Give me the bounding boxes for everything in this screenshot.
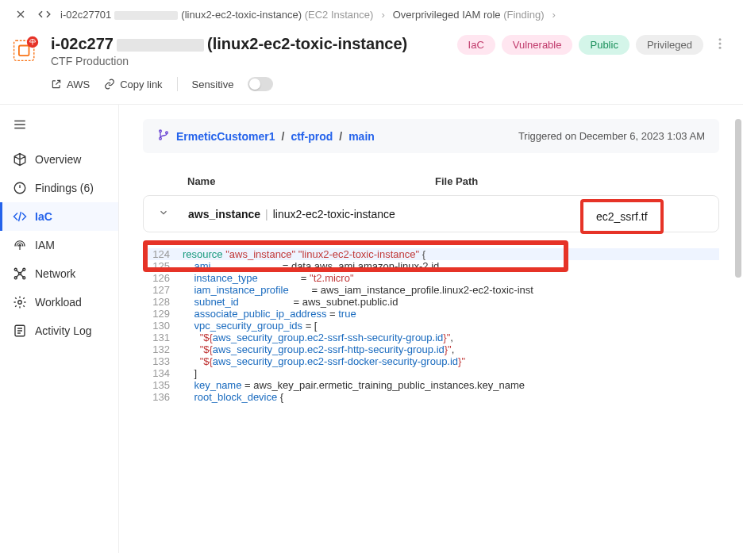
cube-icon bbox=[13, 152, 27, 167]
svg-point-16 bbox=[166, 132, 168, 134]
code-content: "${aws_security_group.ec2-ssrf-ssh-secur… bbox=[183, 332, 719, 343]
svg-point-12 bbox=[18, 301, 22, 305]
sidebar-item-overview[interactable]: Overview bbox=[0, 145, 118, 174]
code-content: "${aws_security_group.ec2-ssrf-http-secu… bbox=[183, 343, 719, 355]
sidebar-label: Overview bbox=[35, 153, 81, 166]
code-line: 136 root_block_device { bbox=[143, 391, 719, 403]
line-number: 133 bbox=[143, 355, 183, 367]
tag-vulnerable[interactable]: Vulnerable bbox=[502, 35, 573, 55]
code-content: vpc_security_group_ids = [ bbox=[183, 320, 719, 332]
resource-name: aws_instance|linux2-ec2-toxic-instance bbox=[174, 208, 436, 221]
line-number: 126 bbox=[143, 272, 183, 284]
external-link-icon bbox=[51, 79, 62, 90]
sensitive-toggle[interactable] bbox=[248, 77, 273, 91]
code-content: ] bbox=[183, 367, 719, 379]
repo-project-link[interactable]: ctf-prod bbox=[291, 130, 333, 143]
svg-point-5 bbox=[719, 47, 722, 49]
code-line: 130 vpc_security_group_ids = [ bbox=[143, 320, 719, 332]
code-line: 124resource "aws_instance" "linux2-ec2-t… bbox=[143, 248, 719, 260]
code-content: subnet_id = aws_subnet.public.id bbox=[183, 296, 719, 308]
git-branch-icon bbox=[157, 128, 170, 144]
line-number: 132 bbox=[143, 343, 183, 355]
repo-branch-link[interactable]: main bbox=[348, 130, 375, 143]
link-icon bbox=[104, 79, 115, 90]
code-line: 129 associate_public_ip_address = true bbox=[143, 308, 719, 320]
code-icon bbox=[13, 209, 27, 224]
code-content: resource "aws_instance" "linux2-ec2-toxi… bbox=[183, 248, 719, 260]
svg-point-15 bbox=[160, 137, 162, 140]
ec2-instance-icon bbox=[11, 35, 40, 63]
menu-icon[interactable] bbox=[0, 113, 118, 145]
line-number: 129 bbox=[143, 308, 183, 320]
sidebar-label: IAM bbox=[35, 239, 55, 251]
svg-point-3 bbox=[719, 38, 722, 40]
code-line: 133 "${aws_security_group.ec2-ssrf-docke… bbox=[143, 355, 719, 367]
code-line: 135 key_name = aws_key_pair.ermetic_trai… bbox=[143, 379, 719, 391]
page-subtitle: CTF Production bbox=[51, 55, 446, 67]
code-line: 134 ] bbox=[143, 367, 719, 379]
close-icon[interactable] bbox=[13, 6, 29, 22]
breadcrumb-instance[interactable]: i-02c27701(linux2-ec2-toxic-instance) (E… bbox=[60, 9, 373, 21]
sidebar-item-iac[interactable]: IaC bbox=[0, 202, 118, 231]
code-content: instance_type = "t2.micro" bbox=[183, 272, 719, 284]
repo-path: ErmeticCustomer1 / ctf-prod / main bbox=[157, 128, 375, 144]
code-line: 126 instance_type = "t2.micro" bbox=[143, 272, 719, 284]
copy-link[interactable]: Copy link bbox=[104, 79, 162, 90]
line-number: 136 bbox=[143, 391, 183, 403]
breadcrumb-sep-icon: › bbox=[381, 9, 384, 21]
alert-icon bbox=[13, 181, 27, 195]
expand-icon[interactable] bbox=[37, 6, 52, 22]
table-row[interactable]: aws_instance|linux2-ec2-toxic-instance e… bbox=[143, 195, 719, 232]
file-path-highlight: ec2_ssrf.tf bbox=[580, 199, 664, 234]
tag-public[interactable]: Public bbox=[579, 35, 629, 55]
breadcrumb-sep-icon: › bbox=[552, 9, 555, 21]
code-content: root_block_device { bbox=[183, 391, 719, 403]
trigger-timestamp: Triggered on December 6, 2023 1:03 AM bbox=[518, 130, 705, 142]
code-content: iam_instance_profile = aws_iam_instance_… bbox=[183, 284, 719, 296]
sidebar-label: IaC bbox=[35, 210, 52, 223]
code-line: 125 ami = data.aws_ami.amazon-linux-2.id bbox=[143, 260, 719, 272]
code-content: ami = data.aws_ami.amazon-linux-2.id bbox=[183, 260, 719, 272]
svg-point-14 bbox=[160, 130, 162, 132]
tag-iac[interactable]: IaC bbox=[457, 35, 495, 55]
gear-icon bbox=[13, 295, 27, 309]
sidebar-item-activity[interactable]: Activity Log bbox=[0, 316, 118, 345]
code-content: key_name = aws_key_pair.ermetic_training… bbox=[183, 379, 719, 391]
svg-rect-1 bbox=[19, 46, 29, 56]
line-number: 134 bbox=[143, 367, 183, 379]
code-line: 132 "${aws_security_group.ec2-ssrf-http-… bbox=[143, 343, 719, 355]
sidebar-label: Network bbox=[35, 267, 75, 280]
line-number: 135 bbox=[143, 379, 183, 391]
column-header-name: Name bbox=[157, 175, 435, 187]
page-title: i-02c277(linux2-ec2-toxic-instance) bbox=[51, 35, 446, 53]
line-number: 131 bbox=[143, 332, 183, 343]
code-line: 131 "${aws_security_group.ec2-ssrf-ssh-s… bbox=[143, 332, 719, 343]
line-number: 124 bbox=[143, 248, 183, 260]
breadcrumb-finding[interactable]: Overprivileged IAM role (Finding) bbox=[393, 9, 545, 21]
fingerprint-icon bbox=[13, 238, 27, 252]
sidebar-item-iam[interactable]: IAM bbox=[0, 231, 118, 259]
sidebar-item-network[interactable]: Network bbox=[0, 259, 118, 288]
sidebar-item-workload[interactable]: Workload bbox=[0, 288, 118, 316]
log-icon bbox=[13, 324, 27, 338]
repo-org-link[interactable]: ErmeticCustomer1 bbox=[176, 130, 275, 143]
code-line: 128 subnet_id = aws_subnet.public.id bbox=[143, 296, 719, 308]
more-icon[interactable] bbox=[713, 36, 727, 53]
chevron-down-icon[interactable] bbox=[158, 207, 174, 221]
line-number: 130 bbox=[143, 320, 183, 332]
line-number: 125 bbox=[143, 260, 183, 272]
line-number: 127 bbox=[143, 284, 183, 296]
code-viewer: 124resource "aws_instance" "linux2-ec2-t… bbox=[143, 248, 719, 403]
code-content: "${aws_security_group.ec2-ssrf-docker-se… bbox=[183, 355, 719, 367]
line-number: 128 bbox=[143, 296, 183, 308]
aws-link[interactable]: AWS bbox=[51, 79, 90, 90]
scrollbar[interactable] bbox=[735, 119, 741, 278]
tag-privileged[interactable]: Privileged bbox=[636, 35, 703, 55]
network-icon bbox=[13, 267, 27, 281]
sidebar-label: Workload bbox=[35, 296, 82, 309]
column-header-path: File Path bbox=[435, 175, 705, 187]
sensitive-toggle-label: Sensitive bbox=[192, 79, 234, 90]
sidebar-item-findings[interactable]: Findings (6) bbox=[0, 174, 118, 202]
code-line: 127 iam_instance_profile = aws_iam_insta… bbox=[143, 284, 719, 296]
sidebar-label: Activity Log bbox=[35, 324, 92, 337]
